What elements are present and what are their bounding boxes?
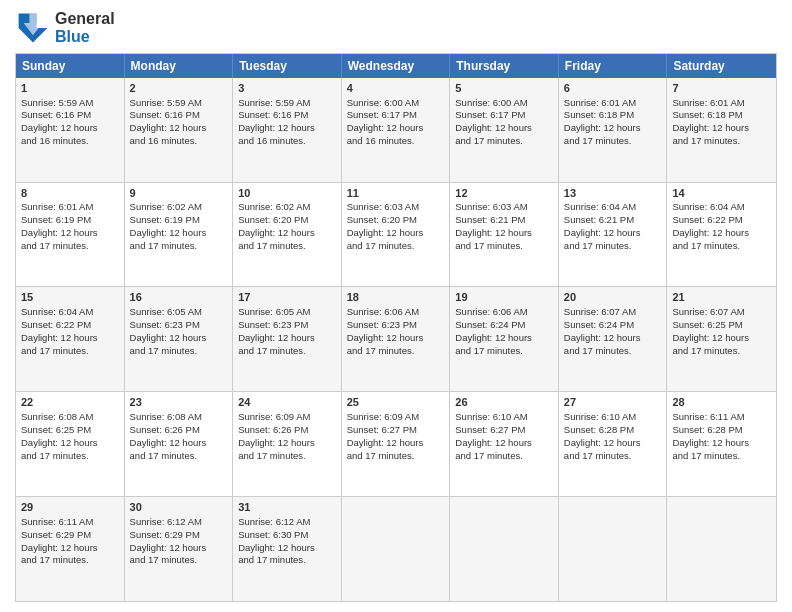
sunset-label: Sunset: 6:23 PM bbox=[130, 319, 200, 330]
daylight-minutes: and 17 minutes. bbox=[130, 554, 198, 565]
day-cell-7: 7Sunrise: 6:01 AMSunset: 6:18 PMDaylight… bbox=[667, 78, 776, 182]
sunset-label: Sunset: 6:25 PM bbox=[21, 424, 91, 435]
daylight-label: Daylight: 12 hours bbox=[455, 437, 532, 448]
day-cell-25: 25Sunrise: 6:09 AMSunset: 6:27 PMDayligh… bbox=[342, 392, 451, 496]
logo-general: General bbox=[55, 10, 115, 27]
header: General Blue bbox=[15, 10, 777, 47]
daylight-label: Daylight: 12 hours bbox=[238, 227, 315, 238]
daylight-minutes: and 17 minutes. bbox=[672, 240, 740, 251]
day-cell-13: 13Sunrise: 6:04 AMSunset: 6:21 PMDayligh… bbox=[559, 183, 668, 287]
sunrise-label: Sunrise: 6:12 AM bbox=[130, 516, 202, 527]
sunset-label: Sunset: 6:16 PM bbox=[21, 109, 91, 120]
daylight-minutes: and 17 minutes. bbox=[21, 240, 89, 251]
day-cell-1: 1Sunrise: 5:59 AMSunset: 6:16 PMDaylight… bbox=[16, 78, 125, 182]
daylight-minutes: and 16 minutes. bbox=[130, 135, 198, 146]
sunset-label: Sunset: 6:16 PM bbox=[130, 109, 200, 120]
sunset-label: Sunset: 6:21 PM bbox=[455, 214, 525, 225]
sunrise-label: Sunrise: 6:05 AM bbox=[238, 306, 310, 317]
daylight-label: Daylight: 12 hours bbox=[347, 437, 424, 448]
daylight-label: Daylight: 12 hours bbox=[238, 122, 315, 133]
daylight-label: Daylight: 12 hours bbox=[238, 542, 315, 553]
day-cell-3: 3Sunrise: 5:59 AMSunset: 6:16 PMDaylight… bbox=[233, 78, 342, 182]
sunrise-label: Sunrise: 6:03 AM bbox=[347, 201, 419, 212]
day-number: 31 bbox=[238, 500, 336, 515]
day-number: 14 bbox=[672, 186, 771, 201]
daylight-label: Daylight: 12 hours bbox=[672, 122, 749, 133]
daylight-label: Daylight: 12 hours bbox=[130, 437, 207, 448]
daylight-minutes: and 17 minutes. bbox=[130, 240, 198, 251]
day-number: 17 bbox=[238, 290, 336, 305]
sunset-label: Sunset: 6:17 PM bbox=[455, 109, 525, 120]
header-day-saturday: Saturday bbox=[667, 54, 776, 78]
empty-cell-4-5 bbox=[559, 497, 668, 601]
logo-blue-text: Blue bbox=[55, 28, 115, 46]
sunrise-label: Sunrise: 6:06 AM bbox=[455, 306, 527, 317]
sunrise-label: Sunrise: 6:01 AM bbox=[21, 201, 93, 212]
header-day-thursday: Thursday bbox=[450, 54, 559, 78]
day-number: 24 bbox=[238, 395, 336, 410]
daylight-label: Daylight: 12 hours bbox=[672, 437, 749, 448]
header-day-monday: Monday bbox=[125, 54, 234, 78]
sunset-label: Sunset: 6:24 PM bbox=[564, 319, 634, 330]
day-cell-28: 28Sunrise: 6:11 AMSunset: 6:28 PMDayligh… bbox=[667, 392, 776, 496]
day-number: 7 bbox=[672, 81, 771, 96]
sunset-label: Sunset: 6:16 PM bbox=[238, 109, 308, 120]
sunrise-label: Sunrise: 5:59 AM bbox=[130, 97, 202, 108]
daylight-minutes: and 17 minutes. bbox=[21, 554, 89, 565]
day-number: 25 bbox=[347, 395, 445, 410]
header-day-tuesday: Tuesday bbox=[233, 54, 342, 78]
day-number: 10 bbox=[238, 186, 336, 201]
daylight-minutes: and 17 minutes. bbox=[564, 135, 632, 146]
day-number: 26 bbox=[455, 395, 553, 410]
logo-text-block: General Blue bbox=[55, 10, 115, 47]
day-number: 3 bbox=[238, 81, 336, 96]
sunrise-label: Sunrise: 6:08 AM bbox=[21, 411, 93, 422]
daylight-minutes: and 17 minutes. bbox=[672, 450, 740, 461]
sunrise-label: Sunrise: 6:07 AM bbox=[672, 306, 744, 317]
empty-cell-4-4 bbox=[450, 497, 559, 601]
day-cell-10: 10Sunrise: 6:02 AMSunset: 6:20 PMDayligh… bbox=[233, 183, 342, 287]
day-number: 2 bbox=[130, 81, 228, 96]
day-number: 19 bbox=[455, 290, 553, 305]
daylight-minutes: and 17 minutes. bbox=[238, 345, 306, 356]
sunset-label: Sunset: 6:21 PM bbox=[564, 214, 634, 225]
day-number: 4 bbox=[347, 81, 445, 96]
daylight-minutes: and 17 minutes. bbox=[238, 240, 306, 251]
day-number: 5 bbox=[455, 81, 553, 96]
daylight-label: Daylight: 12 hours bbox=[21, 542, 98, 553]
day-cell-23: 23Sunrise: 6:08 AMSunset: 6:26 PMDayligh… bbox=[125, 392, 234, 496]
header-day-sunday: Sunday bbox=[16, 54, 125, 78]
sunrise-label: Sunrise: 6:06 AM bbox=[347, 306, 419, 317]
day-cell-6: 6Sunrise: 6:01 AMSunset: 6:18 PMDaylight… bbox=[559, 78, 668, 182]
sunset-label: Sunset: 6:18 PM bbox=[672, 109, 742, 120]
daylight-label: Daylight: 12 hours bbox=[347, 227, 424, 238]
day-cell-20: 20Sunrise: 6:07 AMSunset: 6:24 PMDayligh… bbox=[559, 287, 668, 391]
empty-cell-4-6 bbox=[667, 497, 776, 601]
day-cell-15: 15Sunrise: 6:04 AMSunset: 6:22 PMDayligh… bbox=[16, 287, 125, 391]
daylight-minutes: and 17 minutes. bbox=[564, 345, 632, 356]
sunset-label: Sunset: 6:25 PM bbox=[672, 319, 742, 330]
daylight-label: Daylight: 12 hours bbox=[21, 332, 98, 343]
sunrise-label: Sunrise: 6:04 AM bbox=[564, 201, 636, 212]
calendar-row-5: 29Sunrise: 6:11 AMSunset: 6:29 PMDayligh… bbox=[16, 496, 776, 601]
sunrise-label: Sunrise: 6:02 AM bbox=[238, 201, 310, 212]
day-number: 23 bbox=[130, 395, 228, 410]
general-blue-logo-icon bbox=[15, 10, 51, 46]
sunset-label: Sunset: 6:23 PM bbox=[347, 319, 417, 330]
sunset-label: Sunset: 6:20 PM bbox=[238, 214, 308, 225]
daylight-minutes: and 17 minutes. bbox=[347, 450, 415, 461]
sunset-label: Sunset: 6:22 PM bbox=[672, 214, 742, 225]
day-cell-5: 5Sunrise: 6:00 AMSunset: 6:17 PMDaylight… bbox=[450, 78, 559, 182]
daylight-minutes: and 17 minutes. bbox=[672, 345, 740, 356]
daylight-label: Daylight: 12 hours bbox=[455, 122, 532, 133]
daylight-label: Daylight: 12 hours bbox=[672, 332, 749, 343]
daylight-label: Daylight: 12 hours bbox=[564, 122, 641, 133]
daylight-label: Daylight: 12 hours bbox=[130, 122, 207, 133]
daylight-minutes: and 17 minutes. bbox=[130, 345, 198, 356]
calendar-row-3: 15Sunrise: 6:04 AMSunset: 6:22 PMDayligh… bbox=[16, 286, 776, 391]
sunrise-label: Sunrise: 6:02 AM bbox=[130, 201, 202, 212]
daylight-minutes: and 17 minutes. bbox=[564, 450, 632, 461]
daylight-minutes: and 16 minutes. bbox=[238, 135, 306, 146]
sunrise-label: Sunrise: 6:00 AM bbox=[455, 97, 527, 108]
day-number: 22 bbox=[21, 395, 119, 410]
